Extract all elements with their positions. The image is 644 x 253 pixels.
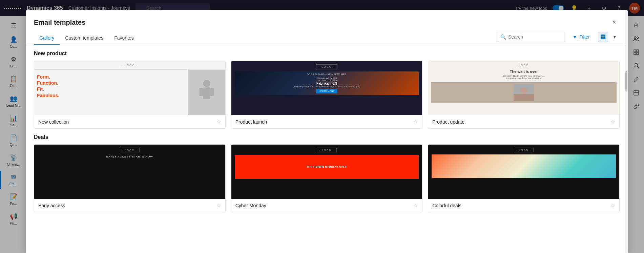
template-footer-product-launch: Product launch ☆	[231, 115, 422, 128]
d3-hero	[432, 154, 616, 178]
pu-text: We don't like to say it's now or never —…	[503, 75, 544, 80]
pu-title: The wait is over	[510, 69, 538, 73]
template-search-input[interactable]	[508, 34, 559, 40]
template-footer-colorful-deals: Colorful deals ☆	[428, 199, 619, 212]
favorite-product-update-button[interactable]: ☆	[610, 119, 615, 125]
tab-favorites[interactable]: Favorites	[109, 32, 139, 45]
nc-content: Form.Function.Fit.Fabulous.	[34, 70, 225, 115]
new-product-grid: · LOGO · Form.Function.Fit.Fabulous.	[34, 61, 620, 129]
template-card-new-collection[interactable]: · LOGO · Form.Function.Fit.Fabulous.	[34, 61, 226, 129]
svg-rect-15	[210, 88, 214, 96]
template-thumb-product-launch: · LOGO · V6.3 RELEASE — NEW FEATURES You…	[231, 61, 422, 115]
pl-subtitle: V6.3 RELEASE — NEW FEATURES	[307, 73, 346, 76]
pu-logo: · LOGO ·	[516, 64, 532, 67]
modal-header: Email templates ×	[26, 10, 628, 28]
favorite-new-collection-button[interactable]: ☆	[216, 119, 221, 125]
pu-image	[431, 82, 617, 103]
template-name-cyber-monday: Cyber Monday	[235, 203, 266, 208]
nc-headline: Form.Function.Fit.Fabulous.	[37, 74, 185, 99]
nc-text: Form.Function.Fit.Fabulous.	[34, 70, 188, 115]
section-title-new-product: New product	[34, 50, 620, 57]
svg-rect-11	[603, 37, 605, 39]
template-search-wrap: 🔍	[497, 32, 564, 42]
pl-ask: You ask, we deliverLike pizza, but bette…	[316, 77, 338, 82]
template-thumb-product-update: · LOGO · The wait is over We don't like …	[428, 61, 619, 115]
modal-scrollbar[interactable]	[625, 10, 628, 253]
template-thumb-cyber-monday: · LOGO · the cyber monday sale	[231, 145, 422, 199]
pl-btn: LEARN MORE	[316, 89, 337, 93]
pl-hero: V6.3 RELEASE — NEW FEATURES You ask, we …	[235, 71, 419, 95]
template-footer-cyber-monday: Cyber Monday ☆	[231, 199, 422, 212]
filter-button[interactable]: ▼ Filter	[568, 32, 594, 42]
modal-scrollbar-thumb	[625, 71, 627, 91]
d2-title: the cyber monday sale	[306, 165, 347, 169]
template-name-new-collection: New collection	[38, 119, 69, 125]
d3-logo: · LOGO ·	[514, 148, 534, 152]
template-name-early-access: Early access	[38, 203, 65, 208]
template-footer-early-access: Early access ☆	[34, 199, 225, 212]
deals-grid: · LOGO · EARLY ACCESS STARTS NOW Early a…	[34, 144, 620, 212]
d1-text: EARLY ACCESS STARTS NOW	[106, 155, 153, 158]
pl-title: Fabrikam 6.3	[316, 82, 337, 85]
filter-icon: ▼	[573, 34, 577, 40]
tab-toolbar: 🔍 ▼ Filter ▾	[497, 32, 620, 45]
modal-close-button[interactable]: ×	[609, 17, 620, 28]
template-card-colorful-deals[interactable]: · LOGO · Colorful deals ☆	[428, 144, 620, 212]
favorite-cyber-monday-button[interactable]: ☆	[413, 202, 418, 209]
svg-point-17	[520, 87, 527, 94]
template-footer-product-update: Product update ☆	[428, 115, 619, 128]
modal-title: Email templates	[34, 19, 85, 26]
favorite-product-launch-button[interactable]: ☆	[413, 119, 418, 125]
modal-body[interactable]: New product · LOGO · Form.Function.Fit.F…	[26, 45, 628, 253]
section-title-deals: Deals	[34, 134, 620, 140]
favorite-early-access-button[interactable]: ☆	[216, 202, 221, 209]
template-card-product-launch[interactable]: · LOGO · V6.3 RELEASE — NEW FEATURES You…	[231, 61, 423, 129]
svg-rect-8	[601, 35, 603, 37]
d1-logo: · LOGO ·	[120, 148, 140, 152]
tab-gallery[interactable]: Gallery	[34, 32, 60, 45]
nc-image	[188, 70, 225, 115]
template-thumb-early-access: · LOGO · EARLY ACCESS STARTS NOW	[34, 145, 225, 199]
template-search-icon: 🔍	[500, 34, 506, 40]
template-name-product-launch: Product launch	[235, 119, 267, 125]
expand-view-button[interactable]: ▾	[609, 32, 620, 42]
svg-rect-14	[199, 88, 203, 96]
svg-rect-13	[203, 87, 210, 99]
grid-view-button[interactable]	[598, 32, 608, 42]
d2-hero: the cyber monday sale	[235, 155, 419, 179]
email-templates-modal: Email templates × Gallery Custom templat…	[26, 10, 628, 253]
template-card-cyber-monday[interactable]: · LOGO · the cyber monday sale Cyber Mon…	[231, 144, 423, 212]
svg-rect-9	[603, 35, 605, 37]
template-thumb-new-collection: · LOGO · Form.Function.Fit.Fabulous.	[34, 61, 225, 115]
pl-logo: · LOGO ·	[316, 64, 337, 69]
svg-point-12	[203, 80, 210, 87]
template-thumb-colorful-deals: · LOGO ·	[428, 145, 619, 199]
view-toggle: ▾	[598, 32, 620, 42]
svg-rect-18	[514, 94, 534, 101]
svg-rect-10	[601, 37, 603, 39]
template-name-colorful-deals: Colorful deals	[432, 203, 461, 208]
template-name-product-update: Product update	[432, 119, 464, 125]
pl-desc: A digital platform for collaboration, or…	[293, 85, 360, 88]
template-card-early-access[interactable]: · LOGO · EARLY ACCESS STARTS NOW Early a…	[34, 144, 226, 212]
tab-custom-templates[interactable]: Custom templates	[60, 32, 109, 45]
d2-logo: · LOGO ·	[317, 148, 336, 152]
template-footer-new-collection: New collection ☆	[34, 115, 225, 128]
favorite-colorful-deals-button[interactable]: ☆	[610, 202, 615, 209]
modal-tabs: Gallery Custom templates Favorites 🔍 ▼ F…	[26, 32, 628, 45]
template-card-product-update[interactable]: · LOGO · The wait is over We don't like …	[428, 61, 620, 129]
nc-logo: · LOGO ·	[34, 61, 225, 70]
